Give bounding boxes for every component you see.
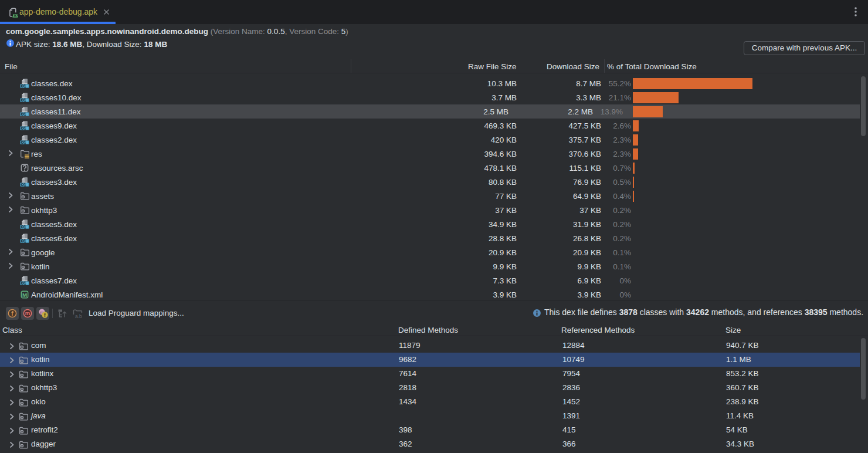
svg-text:m: m [25, 310, 30, 316]
svg-text:f: f [11, 310, 13, 317]
svg-text:a.b: a.b [75, 313, 82, 319]
